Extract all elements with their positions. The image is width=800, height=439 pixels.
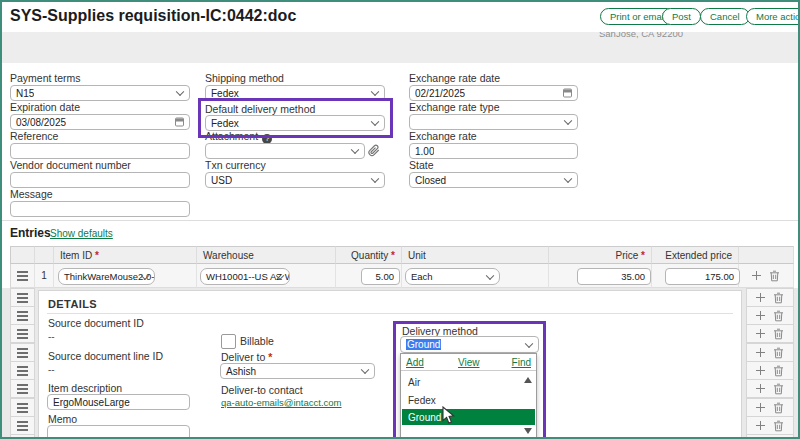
page-title: SYS-Supplies requisition-IC:0442:doc (10, 7, 296, 25)
unit-select[interactable]: Each (405, 268, 500, 285)
delete-row-icon[interactable] (773, 365, 784, 377)
exchange-rate-type-label: Exchange rate type (409, 102, 499, 113)
reference-label: Reference (10, 131, 58, 142)
add-row-icon[interactable] (756, 293, 765, 302)
exchange-rate-type-select[interactable] (409, 114, 578, 130)
option-air[interactable]: Air (402, 375, 535, 390)
row-number: 1 (35, 264, 54, 288)
row-actions (746, 306, 794, 325)
add-row-icon[interactable] (756, 421, 765, 430)
memo-input[interactable] (47, 425, 190, 439)
column-header-number (35, 246, 54, 264)
scroll-up-icon[interactable] (524, 377, 532, 383)
add-row-icon[interactable] (756, 348, 765, 357)
add-row-icon[interactable] (756, 366, 765, 375)
row-drag-handle[interactable] (10, 416, 35, 435)
add-row-icon[interactable] (756, 329, 765, 338)
cancel-button[interactable]: Cancel (700, 8, 750, 25)
delivery-method-combobox[interactable]: Ground (400, 336, 539, 353)
attachment-select[interactable] (205, 143, 365, 159)
chevron-down-icon (525, 339, 533, 347)
add-row-icon[interactable] (756, 384, 765, 393)
option-ground[interactable]: Ground (402, 409, 535, 425)
vendor-document-number-input[interactable] (10, 172, 190, 188)
source-document-id-label: Source document ID (48, 318, 144, 329)
delete-row-icon[interactable] (773, 420, 784, 432)
row-actions (746, 288, 794, 307)
column-header-quantity: Quantity (336, 246, 402, 264)
drag-handle-icon (17, 388, 28, 390)
calendar-icon[interactable] (563, 89, 572, 98)
column-header-extended-price: Extended price (652, 246, 739, 264)
expiration-date-input[interactable]: 03/08/2025 (10, 114, 190, 130)
exchange-rate-input[interactable]: 1.00 (409, 143, 578, 159)
chevron-down-icon (564, 117, 572, 125)
add-link[interactable]: Add (406, 357, 424, 368)
delete-row-icon[interactable] (773, 347, 784, 359)
txn-currency-select[interactable]: USD (205, 172, 385, 188)
shipping-method-label: Shipping method (205, 73, 284, 84)
source-document-id-value: -- (48, 331, 55, 342)
warehouse-select[interactable]: WH10001--US AZ Wa (200, 268, 290, 285)
default-delivery-method-select[interactable]: Fedex (205, 115, 385, 131)
add-row-icon[interactable] (756, 311, 765, 320)
delete-row-icon[interactable] (773, 328, 784, 340)
shipping-method-select[interactable]: Fedex (205, 85, 385, 101)
state-select[interactable]: Closed (409, 172, 578, 188)
item-description-label: Item description (48, 383, 122, 394)
item-id-select[interactable]: ThinkWareMouse2.0--I (58, 268, 155, 285)
row-drag-handle[interactable] (10, 343, 35, 362)
drag-handle-icon (17, 370, 28, 372)
delete-row-icon[interactable] (773, 292, 784, 304)
find-link[interactable]: Find (512, 357, 531, 368)
drag-handle-icon (17, 297, 28, 299)
item-description-input[interactable]: ErgoMouseLarge (47, 394, 190, 410)
row-drag-handle[interactable] (10, 324, 35, 343)
column-header-warehouse: Warehouse (197, 246, 336, 264)
post-button[interactable]: Post (662, 8, 701, 25)
header-bar: SYS-Supplies requisition-IC:0442:doc Pri… (2, 2, 798, 33)
row-drag-handle[interactable] (10, 434, 35, 439)
view-link[interactable]: View (458, 357, 480, 368)
row-drag-handle[interactable] (10, 361, 35, 380)
quantity-input[interactable]: 5.00 (361, 268, 400, 285)
deliver-to-contact-link[interactable]: qa-auto-emails@intacct.com (221, 397, 342, 408)
delete-row-icon[interactable] (773, 402, 784, 414)
billable-label: Billable (240, 336, 274, 347)
chevron-down-icon (486, 271, 494, 279)
column-header-price: Price (549, 246, 652, 264)
vendor-document-number-label: Vendor document number (10, 160, 131, 171)
exchange-rate-date-input[interactable]: 02/21/2025 (409, 85, 578, 101)
row-drag-handle[interactable] (10, 306, 35, 325)
payment-terms-select[interactable]: N15 (10, 85, 190, 101)
add-row-icon[interactable] (752, 271, 761, 280)
delete-row-icon[interactable] (773, 310, 784, 322)
scroll-down-icon[interactable] (524, 428, 532, 434)
delete-row-icon[interactable] (769, 270, 780, 282)
calendar-icon[interactable] (175, 118, 184, 127)
details-title: DETAILS (48, 298, 97, 310)
deliver-to-select[interactable]: Ashish (220, 363, 375, 379)
row-drag-handle[interactable] (10, 398, 35, 417)
paperclip-icon[interactable] (368, 144, 380, 157)
billable-checkbox[interactable] (221, 334, 236, 349)
cell-actions (739, 264, 794, 288)
message-input[interactable] (10, 201, 190, 217)
more-action-button[interactable]: More action (746, 8, 800, 25)
delete-row-icon[interactable] (773, 383, 784, 395)
price-input[interactable]: 35.00 (577, 268, 651, 285)
drag-handle-icon (17, 275, 28, 277)
chevron-down-icon (351, 146, 359, 154)
show-defaults-link[interactable]: Show defaults (50, 228, 113, 239)
reference-input[interactable] (10, 143, 190, 159)
app-window: SYS-Supplies requisition-IC:0442:doc Pri… (0, 0, 800, 439)
row-drag-handle[interactable] (10, 288, 35, 307)
column-header-item-id: Item ID (54, 246, 197, 264)
chevron-down-icon (371, 88, 379, 96)
default-delivery-method-label: Default delivery method (205, 104, 315, 115)
row-drag-handle[interactable] (10, 264, 35, 288)
option-fedex[interactable]: Fedex (402, 393, 535, 408)
extended-price-input[interactable]: 175.00 (665, 268, 740, 285)
row-drag-handle[interactable] (10, 379, 35, 398)
add-row-icon[interactable] (756, 403, 765, 412)
